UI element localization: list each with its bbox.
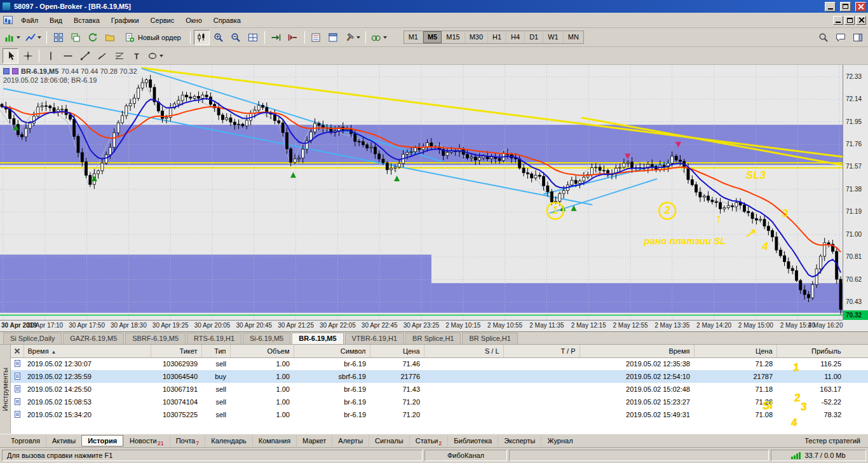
templates-button[interactable]	[102, 30, 118, 45]
toolbox-tab[interactable]: Эксперты	[498, 435, 541, 446]
chart-tab[interactable]: Si-6.19,M5	[243, 333, 290, 344]
profiles-button[interactable]	[24, 30, 43, 45]
trend-angle-button[interactable]	[94, 48, 110, 64]
chart-tab[interactable]: GAZR-6.19,M5	[63, 333, 124, 344]
toolbox-tab[interactable]: Сигналы	[369, 435, 409, 446]
chart-tab[interactable]: SBRF-6.19,M5	[125, 333, 186, 344]
fibo-retracement-button[interactable]	[111, 48, 127, 64]
column-header-profit[interactable]: Прибыль	[776, 345, 868, 357]
close-toolbox-icon[interactable]	[15, 349, 20, 354]
vertical-line-button[interactable]	[43, 48, 58, 64]
cycle-lines-button[interactable]	[369, 30, 389, 45]
community-chat-button[interactable]	[832, 30, 848, 45]
search-symbols-button[interactable]	[815, 30, 831, 45]
timeframe-button[interactable]: W1	[543, 31, 564, 43]
timeframe-button[interactable]: MN	[564, 31, 583, 43]
toolbox-side-strip[interactable]: Инструменты	[0, 345, 11, 434]
history-row[interactable]: 2019.05.02 14:25:50 103067191 sell 1.00 …	[11, 383, 868, 396]
column-header-sl[interactable]: S / L	[424, 345, 503, 357]
toolbar-separator	[39, 50, 39, 62]
zoom-in-button[interactable]	[211, 30, 227, 45]
cascade-windows-button[interactable]	[67, 30, 83, 45]
toolbox-tab[interactable]: Компания	[252, 435, 296, 446]
menu-item[interactable]: Сервис	[145, 14, 180, 27]
text-tool-button[interactable]: T	[128, 48, 144, 64]
history-row[interactable]: 2019.05.02 12:35:59 103064540 buy 1.00 s…	[11, 370, 868, 383]
timeframe-button[interactable]: H1	[488, 31, 506, 43]
title-bar[interactable]: 58097 - Open-Broker - [BR-6.19,M5]	[0, 0, 868, 13]
toolbox-tab[interactable]: Маркет	[296, 435, 332, 446]
minimize-button[interactable]	[825, 2, 836, 11]
zoom-out-button[interactable]	[228, 30, 244, 45]
refresh-button[interactable]	[85, 30, 100, 45]
time-axis[interactable]: 30 Apr 201930 Apr 17:1030 Apr 17:5030 Ap…	[0, 320, 843, 331]
autoscroll-button[interactable]	[268, 30, 284, 45]
shapes-button[interactable]	[146, 48, 165, 64]
timeframe-button[interactable]: H4	[506, 31, 525, 43]
toolbox-tab[interactable]: Статьи2	[409, 435, 448, 446]
toolbox-tab[interactable]: История	[81, 435, 123, 446]
toolbox-tab[interactable]: Активы	[46, 435, 81, 446]
column-header-close-price[interactable]: Цена	[694, 345, 776, 357]
menu-item[interactable]: Графики	[105, 14, 145, 27]
chart-tab[interactable]: BR Splice,H1	[462, 333, 517, 344]
close-button[interactable]	[855, 2, 866, 11]
chart-tab[interactable]: BR-6.19,M5	[292, 333, 343, 344]
tile-grid-button[interactable]	[245, 30, 261, 45]
timeframe-button[interactable]: D1	[525, 31, 543, 43]
mdi-restore-button[interactable]	[844, 16, 855, 25]
toolbox-tab[interactable]: Календарь	[205, 435, 252, 446]
timeframe-button[interactable]: M5	[423, 31, 442, 43]
mdi-minimize-button[interactable]	[833, 16, 843, 25]
new-order-button[interactable]: Новый ордер	[119, 30, 187, 45]
toolbox-tab[interactable]: Торговля	[5, 435, 46, 446]
column-header-tp[interactable]: T / P	[503, 345, 580, 357]
menu-item[interactable]: Окно	[180, 14, 208, 27]
indicators-button[interactable]	[342, 30, 362, 45]
chart-tab[interactable]: RTS-6.19,H1	[187, 333, 241, 344]
column-header-ticket[interactable]: Тикет	[151, 345, 201, 357]
chart-shift-button[interactable]	[285, 30, 301, 45]
history-row[interactable]: 2019.05.02 15:08:53 103074104 sell 1.00 …	[11, 396, 868, 408]
candles-mode-button[interactable]	[194, 30, 210, 45]
column-header-volume[interactable]: Объем	[230, 345, 294, 357]
new-chart-button[interactable]	[3, 30, 22, 45]
history-row[interactable]: 2019.05.02 15:34:20 103075225 sell 1.00 …	[11, 408, 868, 421]
tile-windows-button[interactable]	[50, 30, 66, 45]
chart-tab[interactable]: VTBR-6.19,H1	[345, 333, 405, 344]
column-header-open-time[interactable]: Время▲	[24, 345, 151, 357]
trendline-button[interactable]	[77, 48, 93, 64]
chart-plot[interactable]: 12SL33↑↗рано платзии SL4 BR-6.19,M5 70.4…	[0, 65, 843, 320]
timeframe-button[interactable]: M1	[404, 31, 423, 43]
price-axis[interactable]: 72.3372.1471.9571.7671.5771.3871.1971.00…	[843, 65, 868, 320]
toolbox-tab[interactable]: Почта7	[170, 435, 205, 446]
time-label: 2 May 15:00	[738, 322, 773, 329]
data-window-button[interactable]	[325, 30, 341, 45]
column-header-price[interactable]: Цена	[370, 345, 424, 357]
mdi-close-button[interactable]	[856, 16, 866, 25]
depth-of-market-button[interactable]	[308, 30, 324, 45]
status-connection-segment[interactable]: 33.7 / 0.0 Mb	[771, 450, 866, 461]
toolbox-tab[interactable]: Алерты	[332, 435, 369, 446]
horizontal-line-button[interactable]	[60, 48, 76, 64]
toolbox-tab[interactable]: Библиотека	[447, 435, 498, 446]
chart-tab[interactable]: Si Splice,Daily	[3, 333, 62, 344]
column-header-type[interactable]: Тип	[201, 345, 230, 357]
column-header-close-time[interactable]: Время	[580, 345, 694, 357]
menu-item[interactable]: Вставка	[68, 14, 105, 27]
chart-tab[interactable]: BR Splice,H1	[405, 333, 461, 344]
toolbox-tab[interactable]: Журнал	[541, 435, 578, 446]
menu-item[interactable]: Справка	[208, 14, 247, 27]
cursor-button[interactable]	[3, 48, 18, 64]
toolbox-tab[interactable]: Новости21	[123, 435, 170, 446]
column-header-symbol[interactable]: Символ	[294, 345, 370, 357]
timeframe-button[interactable]: M15	[442, 31, 465, 43]
menu-item[interactable]: Файл	[15, 14, 44, 27]
strategy-tester-tab[interactable]: Тестер стратегий	[804, 437, 863, 445]
toggle-panels-button[interactable]	[850, 30, 865, 45]
maximize-button[interactable]	[840, 2, 851, 11]
crosshair-button[interactable]	[20, 48, 36, 64]
history-row[interactable]: 2019.05.02 12:30:07 103062939 sell 1.00 …	[11, 357, 868, 370]
timeframe-button[interactable]: M30	[465, 31, 488, 43]
menu-item[interactable]: Вид	[44, 14, 68, 27]
